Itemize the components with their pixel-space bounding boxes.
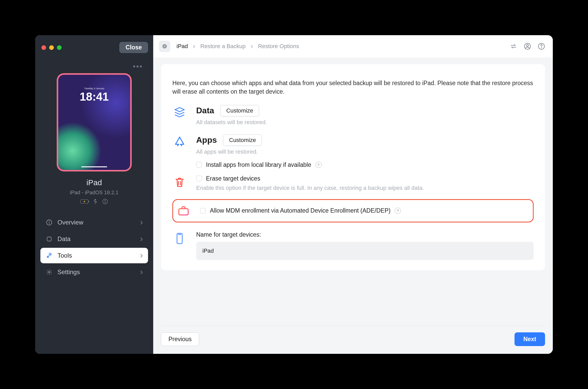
- account-icon[interactable]: [524, 43, 531, 50]
- mdm-label: Allow MDM enrollment via Automated Devic…: [210, 207, 391, 214]
- back-button[interactable]: [159, 41, 170, 52]
- device-image: Tuesday, 9 January 18:41: [57, 73, 132, 171]
- name-label: Name for target devices:: [196, 231, 534, 238]
- info-icon[interactable]: [102, 199, 108, 204]
- square-icon: [46, 236, 52, 242]
- sidebar-item-label: Settings: [57, 268, 80, 276]
- main-panel: iPad Restore a Backup Restore Options He…: [153, 35, 553, 354]
- erase-sub: Enable this option if the target device …: [196, 185, 534, 191]
- gear-icon: [46, 269, 52, 275]
- phone-icon: [173, 232, 186, 245]
- help-icon[interactable]: ?: [395, 208, 401, 214]
- minimize-window-icon[interactable]: [49, 45, 54, 50]
- svg-point-9: [48, 271, 50, 273]
- device-os: iPad - iPadOS 18.2.1: [40, 190, 148, 196]
- svg-point-0: [94, 201, 95, 201]
- breadcrumb-item[interactable]: iPad: [177, 43, 188, 50]
- battery-icon: ⚡: [80, 199, 88, 204]
- transfer-icon[interactable]: [510, 43, 517, 50]
- chevron-right-icon: [140, 219, 143, 226]
- next-button[interactable]: Next: [514, 332, 545, 346]
- chevron-right-icon: [140, 235, 143, 243]
- svg-point-14: [541, 48, 541, 48]
- tools-icon: [46, 252, 52, 259]
- install-local-checkbox[interactable]: [196, 162, 202, 168]
- chevron-right-icon: [140, 268, 143, 276]
- mdm-option-highlight: Allow MDM enrollment via Automated Devic…: [172, 199, 534, 222]
- chevron-right-icon: [140, 252, 143, 259]
- svg-rect-15: [179, 209, 188, 215]
- chevron-right-icon: [193, 43, 196, 50]
- previous-button[interactable]: Previous: [161, 332, 199, 346]
- close-window-icon[interactable]: [41, 45, 46, 50]
- sidebar-item-label: Overview: [57, 219, 83, 226]
- sidebar-nav: Overview Data Tools Settings: [40, 215, 148, 280]
- sidebar-item-overview[interactable]: Overview: [40, 215, 148, 230]
- content-card: Here, you can choose which apps and what…: [161, 64, 545, 270]
- trash-icon: [173, 176, 186, 189]
- device-screen-time: 18:41: [80, 90, 109, 103]
- window-controls: [41, 45, 62, 50]
- svg-rect-17: [178, 234, 181, 235]
- usb-icon: [92, 199, 98, 204]
- mdm-checkbox[interactable]: [200, 208, 206, 214]
- data-title: Data: [196, 106, 214, 115]
- help-icon[interactable]: ?: [315, 162, 322, 168]
- intro-text: Here, you can choose which apps and what…: [172, 79, 534, 96]
- erase-checkbox[interactable]: [196, 176, 202, 181]
- top-bar: iPad Restore a Backup Restore Options: [153, 35, 553, 57]
- zoom-window-icon[interactable]: [57, 45, 62, 50]
- svg-point-7: [49, 221, 50, 222]
- more-options-icon[interactable]: •••: [40, 62, 143, 71]
- sidebar-item-settings[interactable]: Settings: [40, 264, 148, 280]
- device-name: iPad: [40, 178, 148, 187]
- footer: Previous Next: [161, 325, 545, 346]
- svg-point-4: [105, 200, 105, 201]
- customize-data-button[interactable]: Customize: [220, 105, 259, 116]
- sidebar-item-label: Data: [57, 235, 71, 243]
- close-button[interactable]: Close: [119, 42, 148, 53]
- breadcrumb-item[interactable]: Restore a Backup: [200, 43, 246, 50]
- device-status-icons: ⚡: [40, 199, 148, 204]
- svg-rect-8: [47, 237, 51, 241]
- stack-icon: [173, 106, 186, 118]
- appstore-icon: [173, 136, 186, 148]
- erase-label: Erase target devices: [206, 175, 260, 182]
- device-name-input[interactable]: [196, 242, 534, 260]
- breadcrumb: iPad Restore a Backup Restore Options: [177, 43, 299, 50]
- svg-rect-1: [96, 201, 97, 202]
- close-x-icon: [162, 44, 167, 49]
- chevron-right-icon: [250, 43, 253, 50]
- svg-point-12: [526, 44, 528, 46]
- sidebar-item-label: Tools: [57, 252, 72, 259]
- briefcase-icon: [177, 205, 190, 217]
- sidebar: Close ••• Tuesday, 9 January 18:41 iPad …: [35, 35, 153, 354]
- sidebar-item-tools[interactable]: Tools: [40, 248, 148, 263]
- device-screen-date: Tuesday, 9 January: [84, 87, 104, 90]
- customize-apps-button[interactable]: Customize: [223, 134, 262, 146]
- apps-title: Apps: [196, 135, 217, 145]
- app-window: Close ••• Tuesday, 9 January 18:41 iPad …: [35, 35, 553, 354]
- data-sub: All datasets will be restored.: [196, 119, 534, 126]
- apps-sub: All apps will be restored.: [196, 148, 534, 155]
- info-circle-icon: [46, 219, 52, 226]
- sidebar-item-data[interactable]: Data: [40, 231, 148, 247]
- help-icon[interactable]: [538, 43, 545, 50]
- breadcrumb-item[interactable]: Restore Options: [258, 43, 299, 50]
- install-local-label: Install apps from local library if avail…: [206, 161, 311, 168]
